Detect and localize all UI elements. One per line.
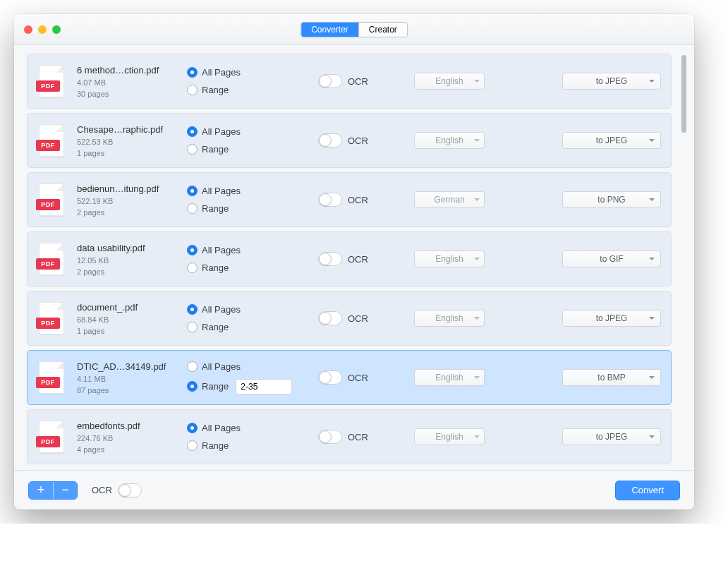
page-mode-group: All PagesRange bbox=[187, 304, 314, 332]
output-format-select[interactable]: to JPEG bbox=[562, 132, 661, 149]
output-format-select[interactable]: to JPEG bbox=[562, 428, 661, 445]
pdf-file-icon: PDF bbox=[39, 421, 64, 453]
output-format-value: to GIF bbox=[600, 254, 623, 264]
pdf-badge: PDF bbox=[36, 318, 60, 329]
output-format-select[interactable]: to JPEG bbox=[562, 73, 661, 90]
language-value: English bbox=[435, 76, 463, 86]
format-wrap: to JPEG bbox=[496, 132, 661, 149]
file-info: embedfonts.pdf224.76 KB4 pages bbox=[77, 421, 183, 454]
language-value: English bbox=[435, 432, 463, 442]
pdf-badge: PDF bbox=[36, 436, 60, 447]
format-wrap: to GIF bbox=[496, 251, 661, 267]
range-radio[interactable] bbox=[187, 381, 198, 392]
language-select[interactable]: German bbox=[414, 191, 485, 208]
chevron-down-icon bbox=[649, 435, 655, 438]
output-format-select[interactable]: to PNG bbox=[562, 191, 661, 208]
app-window: Converter Creator PDF6 method…ction.pdf4… bbox=[14, 14, 694, 509]
file-row[interactable]: PDFembedfonts.pdf224.76 KB4 pagesAll Pag… bbox=[27, 409, 672, 464]
ocr-group: OCR bbox=[318, 311, 410, 325]
pdf-badge: PDF bbox=[36, 140, 60, 151]
all-pages-radio[interactable] bbox=[187, 423, 198, 433]
format-wrap: to JPEG bbox=[496, 428, 661, 445]
ocr-toggle[interactable] bbox=[318, 370, 342, 385]
all-pages-radio[interactable] bbox=[187, 186, 198, 196]
mode-segmented-control: Converter Creator bbox=[301, 22, 408, 37]
all-pages-label: All Pages bbox=[202, 304, 241, 315]
scrollbar-thumb[interactable] bbox=[681, 55, 686, 133]
all-pages-radio[interactable] bbox=[187, 304, 198, 315]
chevron-down-icon bbox=[474, 317, 480, 320]
output-format-select[interactable]: to JPEG bbox=[562, 310, 661, 327]
range-radio[interactable] bbox=[187, 263, 198, 273]
ocr-toggle[interactable] bbox=[318, 252, 342, 266]
tab-converter[interactable]: Converter bbox=[301, 23, 358, 37]
file-row[interactable]: PDFdata usability.pdf12.05 KB2 pagesAll … bbox=[27, 231, 672, 286]
file-info: 6 method…ction.pdf4.07 MB30 pages bbox=[77, 65, 183, 98]
format-wrap: to PNG bbox=[496, 191, 661, 208]
maximize-window-button[interactable] bbox=[52, 25, 61, 34]
all-pages-radio[interactable] bbox=[187, 245, 198, 255]
range-radio[interactable] bbox=[187, 85, 198, 95]
file-row[interactable]: PDFChesape…raphic.pdf522.53 KB1 pagesAll… bbox=[27, 113, 672, 168]
chevron-down-icon bbox=[474, 376, 480, 379]
ocr-toggle[interactable] bbox=[318, 193, 342, 207]
file-size: 12.05 KB bbox=[77, 256, 183, 265]
language-select[interactable]: English bbox=[414, 132, 485, 149]
file-row[interactable]: PDFDTIC_AD…34149.pdf4.11 MB87 pagesAll P… bbox=[27, 350, 672, 405]
global-ocr-toggle[interactable] bbox=[118, 483, 142, 497]
language-value: German bbox=[434, 195, 464, 205]
chevron-down-icon bbox=[474, 258, 480, 260]
scrollbar-track[interactable] bbox=[681, 54, 687, 470]
all-pages-label: All Pages bbox=[202, 126, 241, 137]
all-pages-label: All Pages bbox=[202, 361, 241, 372]
convert-button[interactable]: Convert bbox=[615, 481, 680, 500]
pdf-badge: PDF bbox=[36, 258, 60, 270]
tab-creator[interactable]: Creator bbox=[358, 23, 407, 37]
file-name: Chesape…raphic.pdf bbox=[77, 124, 179, 135]
language-value: English bbox=[435, 254, 463, 264]
chevron-down-icon bbox=[649, 376, 655, 379]
language-select[interactable]: English bbox=[414, 369, 485, 386]
output-format-select[interactable]: to GIF bbox=[562, 251, 661, 267]
range-radio[interactable] bbox=[187, 203, 198, 214]
minimize-window-button[interactable] bbox=[38, 25, 47, 34]
page-mode-group: All PagesRange bbox=[187, 423, 314, 451]
file-row[interactable]: PDFbedienun…itung.pdf522.19 KB2 pagesAll… bbox=[27, 172, 672, 227]
language-select[interactable]: English bbox=[414, 251, 485, 267]
ocr-label: OCR bbox=[348, 76, 368, 87]
remove-file-button[interactable]: − bbox=[53, 482, 77, 499]
all-pages-radio[interactable] bbox=[187, 361, 198, 372]
ocr-toggle[interactable] bbox=[318, 133, 342, 147]
chevron-down-icon bbox=[649, 198, 655, 201]
page-range-input[interactable] bbox=[236, 379, 292, 394]
file-name: 6 method…ction.pdf bbox=[77, 65, 179, 76]
pdf-file-icon: PDF bbox=[39, 183, 64, 216]
ocr-toggle[interactable] bbox=[318, 74, 342, 88]
language-select[interactable]: English bbox=[414, 73, 485, 90]
language-select[interactable]: English bbox=[414, 428, 485, 445]
pdf-file-icon: PDF bbox=[39, 124, 64, 157]
ocr-toggle[interactable] bbox=[318, 311, 342, 325]
range-radio[interactable] bbox=[187, 322, 198, 332]
ocr-group: OCR bbox=[318, 430, 410, 444]
ocr-toggle[interactable] bbox=[318, 430, 342, 444]
file-size: 4.11 MB bbox=[77, 375, 183, 383]
all-pages-label: All Pages bbox=[202, 423, 241, 433]
output-format-value: to BMP bbox=[597, 373, 625, 382]
range-radio[interactable] bbox=[187, 440, 198, 451]
range-radio[interactable] bbox=[187, 144, 198, 155]
output-format-select[interactable]: to BMP bbox=[562, 369, 661, 386]
all-pages-radio[interactable] bbox=[187, 67, 198, 78]
pdf-badge: PDF bbox=[36, 377, 60, 388]
all-pages-radio[interactable] bbox=[187, 126, 198, 137]
output-format-value: to JPEG bbox=[596, 313, 628, 323]
file-row[interactable]: PDFdocument_.pdf68.84 KB1 pagesAll Pages… bbox=[27, 291, 672, 346]
output-format-value: to JPEG bbox=[596, 432, 628, 442]
language-select[interactable]: English bbox=[414, 310, 485, 327]
add-file-button[interactable]: + bbox=[29, 482, 53, 499]
close-window-button[interactable] bbox=[24, 25, 32, 34]
file-row[interactable]: PDF6 method…ction.pdf4.07 MB30 pagesAll … bbox=[27, 54, 672, 109]
ocr-label: OCR bbox=[348, 135, 368, 146]
all-pages-label: All Pages bbox=[202, 245, 241, 255]
file-info: DTIC_AD…34149.pdf4.11 MB87 pages bbox=[77, 361, 183, 394]
